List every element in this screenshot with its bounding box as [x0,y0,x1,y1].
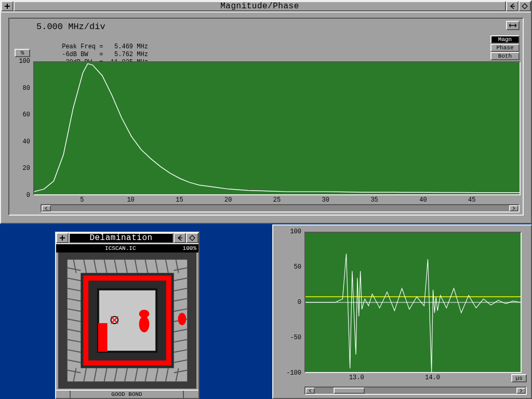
spectrum-plot[interactable] [33,61,521,195]
back-icon[interactable] [174,233,186,243]
spectrum-curve [34,62,520,194]
scroll-right-icon[interactable] [516,388,526,394]
footer-status: GOOD BOND [71,391,184,398]
window-title: Delamination [69,233,174,243]
svg-rect-1 [7,4,8,9]
magn-button[interactable]: Magn [490,35,520,44]
delamination-window: Delamination ICSCAN.IC 100% [55,232,200,399]
diamond-icon[interactable] [518,1,531,11]
ascan-y-axis: -100 -50 0 50 100 [273,232,303,373]
ascan-window: -100 -50 0 50 100 13.0 14.0 µs [272,224,532,399]
spectrum-x-axis: 5 10 15 20 25 30 35 40 45 [33,196,521,205]
scroll-left-icon[interactable] [305,388,315,394]
phase-button[interactable]: Phase [490,44,520,52]
window-title: Magnitude/Phase [14,1,506,11]
scroll-left-icon[interactable] [42,205,51,211]
svg-point-55 [139,310,150,318]
c-scan-svg [58,252,196,389]
ascan-h-scrollbar[interactable] [304,387,527,395]
zoom-level: 100% [183,245,196,251]
back-icon[interactable] [506,1,518,11]
ascan-plot[interactable] [304,232,522,373]
x-unit-button[interactable]: µs [511,374,527,382]
x-division-label: 5.000 MHz/div [36,22,105,32]
magnitude-phase-window: Magnitude/Phase 5.000 MHz/div Peak Freq … [0,0,532,224]
scroll-thumb[interactable] [334,388,365,394]
window-menu-icon[interactable] [1,1,14,11]
diamond-icon[interactable] [186,233,198,243]
ascan-curve [305,233,521,372]
titlebar: Delamination [56,233,198,244]
display-mode-group: Magn Phase Both [490,35,520,60]
delam-statusbar: ICSCAN.IC 100% [56,244,198,252]
svg-point-54 [139,316,150,332]
swap-axes-button[interactable] [506,21,520,30]
spectrum-y-axis: 0 20 40 60 80 100 [9,61,32,195]
spectrum-h-scrollbar[interactable] [41,204,520,212]
delam-footer: GOOD BOND [56,390,198,398]
percent-button[interactable]: % [15,49,30,57]
svg-point-59 [178,313,187,325]
footer-left [56,391,71,398]
titlebar: Magnitude/Phase [1,1,531,12]
file-name: ICSCAN.IC [58,245,183,251]
spectrum-panel-body: 5.000 MHz/div Peak Freq = 5.469 MHz -6dB… [8,18,524,216]
scroll-track[interactable] [365,388,516,394]
svg-rect-53 [98,323,108,352]
both-button[interactable]: Both [490,52,520,60]
footer-right [184,391,198,398]
ascan-x-axis: 13.0 14.0 [304,374,522,382]
window-menu-icon[interactable] [56,233,69,243]
scroll-right-icon[interactable] [509,205,518,211]
svg-rect-3 [62,235,63,241]
scroll-track[interactable] [51,205,509,211]
c-scan-image[interactable] [58,252,196,389]
